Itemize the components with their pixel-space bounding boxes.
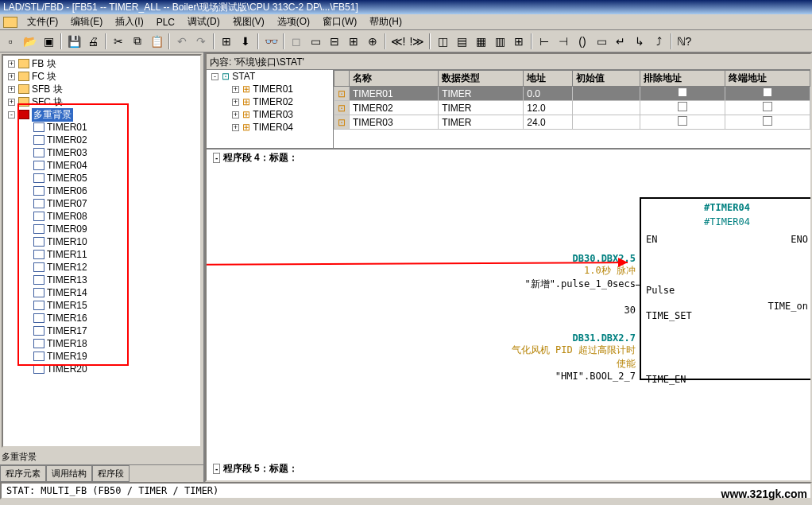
tree-sfc[interactable]: +SFC 块 xyxy=(5,95,199,108)
timer-item[interactable]: TIMER11 xyxy=(30,248,199,261)
tab-call-structure[interactable]: 调用结构 xyxy=(46,465,92,482)
view4-icon[interactable]: ▥ xyxy=(491,33,508,50)
view5-icon[interactable]: ⊞ xyxy=(510,33,528,50)
tab-elements[interactable]: 程序元素 xyxy=(0,465,46,482)
tree-fb[interactable]: +FB 块 xyxy=(5,57,199,70)
col-init[interactable]: 初始值 xyxy=(573,71,640,87)
port-en[interactable]: EN xyxy=(646,234,657,245)
stat-item[interactable]: +⊞ TIMER02 xyxy=(229,95,333,108)
menu-view[interactable]: 视图(V) xyxy=(226,14,271,30)
expand-icon[interactable]: + xyxy=(232,111,239,118)
checkbox[interactable] xyxy=(678,116,687,126)
paste-icon[interactable]: 📋 xyxy=(148,33,165,50)
timer-item[interactable]: TIMER14 xyxy=(30,286,199,299)
print-icon[interactable]: 🖨 xyxy=(84,33,102,50)
collapse-icon[interactable]: - xyxy=(211,73,218,80)
element-icon[interactable]: ▭ xyxy=(307,33,324,50)
timer-item[interactable]: TIMER18 xyxy=(30,337,199,350)
expand-icon[interactable]: + xyxy=(8,99,15,106)
menu-window[interactable]: 窗口(W) xyxy=(316,14,363,30)
help-icon[interactable]: ℕ? xyxy=(675,33,693,50)
timer-item[interactable]: TIMER09 xyxy=(30,223,199,235)
port-time-set[interactable]: TIME_SET xyxy=(646,310,692,321)
view3-icon[interactable]: ▦ xyxy=(472,33,489,50)
expand-icon[interactable]: + xyxy=(232,99,239,106)
menu-insert[interactable]: 插入(I) xyxy=(109,14,149,30)
menu-file[interactable]: 文件(F) xyxy=(21,14,64,30)
expand-icon[interactable]: + xyxy=(8,86,15,93)
menu-debug[interactable]: 调试(D) xyxy=(181,14,226,30)
menu-edit[interactable]: 编辑(E) xyxy=(64,14,109,30)
conn-icon[interactable]: ↵ xyxy=(612,33,629,50)
cross-icon[interactable]: ⊕ xyxy=(364,33,381,50)
fbd-block-timer04[interactable]: #TIMER04 #TIMER04 EN ENO Pulse TIME_SET … xyxy=(640,197,810,380)
monitor-icon[interactable]: 👓 xyxy=(262,33,280,50)
tree-icon[interactable]: ⊞ xyxy=(345,33,362,50)
col-term[interactable]: 终端地址 xyxy=(725,71,810,87)
checkbox[interactable] xyxy=(763,87,772,97)
checkbox[interactable] xyxy=(678,87,687,97)
view2-icon[interactable]: ▤ xyxy=(453,33,470,50)
port-time-en[interactable]: TIME_EN xyxy=(646,374,686,385)
segment-4-header[interactable]: - 程序段 4：标题： xyxy=(207,150,810,166)
table-row[interactable]: ⊡TIMER02TIMER12.0 xyxy=(334,101,810,115)
view1-icon[interactable]: ◫ xyxy=(434,33,451,50)
stat-item[interactable]: +⊞ TIMER03 xyxy=(229,108,333,121)
new-icon[interactable]: ▫ xyxy=(2,33,19,50)
undo-icon[interactable]: ↶ xyxy=(173,33,191,50)
port-time-on[interactable]: TIME_on xyxy=(768,301,808,312)
copy-icon[interactable]: ⧉ xyxy=(129,33,146,50)
timer-item[interactable]: TIMER01 xyxy=(30,121,199,134)
tab-segments[interactable]: 程序段 xyxy=(92,465,130,482)
branch-open-icon[interactable]: ⊢ xyxy=(536,33,553,50)
box-icon[interactable]: ▭ xyxy=(593,33,610,50)
collapse-icon[interactable]: - xyxy=(213,464,220,474)
tree-fc[interactable]: +FC 块 xyxy=(5,70,199,83)
segment-5-header[interactable]: - 程序段 5：标题： xyxy=(207,460,304,477)
redo-icon[interactable]: ↷ xyxy=(192,33,210,50)
expand-icon[interactable]: + xyxy=(232,86,239,93)
col-excl[interactable]: 排除地址 xyxy=(640,71,725,87)
checkbox[interactable] xyxy=(678,102,687,111)
stat-tree[interactable]: -⊡ STAT +⊞ TIMER01+⊞ TIMER02+⊞ TIMER03+⊞… xyxy=(207,70,334,148)
expand-icon[interactable]: + xyxy=(8,73,15,80)
cut-icon[interactable]: ✂ xyxy=(110,33,127,50)
stat-item[interactable]: +⊞ TIMER04 xyxy=(229,121,333,134)
collapse-icon[interactable]: - xyxy=(213,153,220,163)
conn2-icon[interactable]: ↳ xyxy=(631,33,648,50)
timer-item[interactable]: TIMER19 xyxy=(30,350,199,363)
col-name[interactable]: 名称 xyxy=(350,71,439,87)
checkbox[interactable] xyxy=(763,102,772,111)
timer-item[interactable]: TIMER02 xyxy=(30,134,199,146)
coil-icon[interactable]: () xyxy=(574,33,591,50)
app-icon[interactable]: ▣ xyxy=(40,33,57,50)
timer-item[interactable]: TIMER13 xyxy=(30,274,199,286)
save-icon[interactable]: 💾 xyxy=(65,33,83,50)
code-area[interactable]: - 程序段 4：标题： #TIMER04 #TIMER04 EN ENO Pul… xyxy=(207,150,810,480)
menu-plc[interactable]: PLC xyxy=(150,15,181,29)
stop-icon[interactable]: ◻ xyxy=(288,33,305,50)
table-row[interactable]: ⊡TIMER01TIMER0.0 xyxy=(334,87,810,101)
timer-item[interactable]: TIMER16 xyxy=(30,312,199,324)
expand-icon[interactable]: + xyxy=(8,60,15,68)
network-icon[interactable]: ⊞ xyxy=(218,33,235,50)
port-pulse[interactable]: Pulse xyxy=(646,285,675,296)
timer-item[interactable]: TIMER04 xyxy=(30,159,199,172)
timer-item[interactable]: TIMER10 xyxy=(30,235,199,248)
lang2-icon[interactable]: !≫ xyxy=(408,33,426,50)
timer-item[interactable]: TIMER15 xyxy=(30,299,199,312)
branch-close-icon[interactable]: ⊣ xyxy=(555,33,572,50)
lang-icon[interactable]: ≪! xyxy=(389,33,407,50)
variable-table[interactable]: 名称 数据类型 地址 初始值 排除地址 终端地址 ⊡TIMER01TIMER0.… xyxy=(334,70,810,148)
timer-item[interactable]: TIMER08 xyxy=(30,210,199,223)
tree-multi[interactable]: -多重背景 xyxy=(5,108,199,121)
timer-item[interactable]: TIMER17 xyxy=(30,324,199,337)
timer-item[interactable]: TIMER12 xyxy=(30,261,199,274)
col-type[interactable]: 数据类型 xyxy=(439,71,524,87)
stat-root[interactable]: -⊡ STAT xyxy=(207,70,333,83)
timer-item[interactable]: TIMER05 xyxy=(30,172,199,185)
tree-sfb[interactable]: +SFB 块 xyxy=(5,83,199,95)
stat-item[interactable]: +⊞ TIMER01 xyxy=(229,83,333,95)
checkbox[interactable] xyxy=(763,116,772,126)
col-addr[interactable]: 地址 xyxy=(524,71,573,87)
